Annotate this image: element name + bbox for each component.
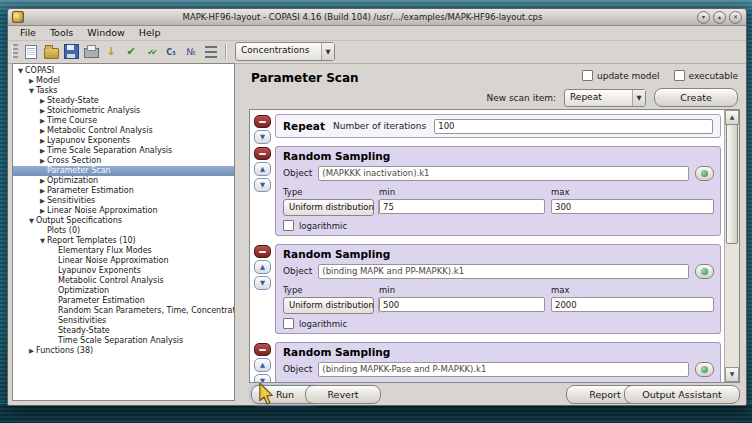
tree-item[interactable]: ▶Time Course <box>13 116 234 126</box>
tree-item[interactable]: ▶Functions (38) <box>13 346 234 356</box>
move-up-button[interactable]: ▲ <box>254 358 271 372</box>
remove-scan-item-button[interactable] <box>254 115 271 128</box>
toolbar-grip[interactable] <box>12 44 18 59</box>
tree-item[interactable]: ▶Linear Noise Approximation <box>13 206 234 216</box>
tree-expand-icon[interactable]: ▶ <box>38 116 47 126</box>
move-down-button[interactable]: ▼ <box>254 130 271 144</box>
tree-expand-icon[interactable]: ▶ <box>38 196 47 206</box>
tree-expand-icon[interactable]: ▶ <box>38 126 47 136</box>
tree-item[interactable]: Random Scan Parameters, Time, Concentrat… <box>13 306 234 316</box>
object-input[interactable] <box>318 264 689 279</box>
menu-item-tools[interactable]: Tools <box>43 27 80 38</box>
tree-item[interactable]: Sensitivities <box>13 316 234 326</box>
tree-item[interactable]: Time Scale Separation Analysis <box>13 336 234 346</box>
tree-item[interactable]: Lyapunov Exponents <box>13 266 234 276</box>
select-object-button[interactable] <box>695 362 714 377</box>
select-object-button[interactable] <box>695 264 714 279</box>
scan-list-scrollbar[interactable]: ▲ ▼ <box>724 110 739 382</box>
tree-expand-icon[interactable]: ▶ <box>38 206 47 216</box>
logarithmic-checkbox[interactable] <box>283 318 294 329</box>
tree-item[interactable]: ▼COPASI <box>13 66 234 76</box>
executable-checkbox-box[interactable] <box>674 70 685 81</box>
scrollbar-up-icon[interactable]: ▲ <box>725 110 739 125</box>
print-button[interactable] <box>82 43 100 61</box>
new-scan-item-combo[interactable]: Repeat ▼ <box>564 89 646 107</box>
output-assistant-button[interactable]: Output Assistant <box>624 385 740 404</box>
update-model-checkbox-box[interactable] <box>582 70 593 81</box>
tree-item[interactable]: ▶Stoichiometric Analysis <box>13 106 234 116</box>
object-input[interactable] <box>318 362 689 377</box>
new-file-button[interactable] <box>22 43 40 61</box>
update-model-checkbox[interactable]: update model <box>582 70 660 81</box>
tree-item[interactable]: Steady-State <box>13 326 234 336</box>
tree-item[interactable]: ▶Steady-State <box>13 96 234 106</box>
remove-scan-item-button[interactable] <box>254 343 271 356</box>
select-object-button[interactable] <box>695 166 714 181</box>
min-input[interactable] <box>379 297 545 312</box>
move-up-button[interactable]: ▲ <box>254 260 271 274</box>
tree-collapse-icon[interactable]: ▼ <box>27 216 36 226</box>
tree-item[interactable]: ▶Lyapunov Exponents <box>13 136 234 146</box>
tree-item[interactable]: ▶Time Scale Separation Analysis <box>13 146 234 156</box>
tree-collapse-icon[interactable]: ▼ <box>16 66 25 76</box>
tree-item[interactable]: Linear Noise Approximation <box>13 256 234 266</box>
min-input[interactable] <box>379 199 545 214</box>
tree-item[interactable]: ▼Tasks <box>13 86 234 96</box>
tree-item[interactable]: Optimization <box>13 286 234 296</box>
apply-all-check-button[interactable] <box>142 43 160 61</box>
sliders-button[interactable] <box>202 43 220 61</box>
revert-button[interactable]: Revert <box>305 385 381 404</box>
concentrations-combo[interactable]: Concentrations ▼ <box>235 42 335 61</box>
tree-item[interactable]: ▶Sensitivities <box>13 196 234 206</box>
menu-item-file[interactable]: File <box>13 27 43 38</box>
remove-scan-item-button[interactable] <box>254 245 271 258</box>
distribution-combo[interactable]: Uniform distribution▼ <box>283 199 374 216</box>
tree-item[interactable]: Metabolic Control Analysis <box>13 276 234 286</box>
iterations-input[interactable] <box>434 119 713 134</box>
concentrations-toggle-button[interactable] <box>162 43 180 61</box>
tree-item[interactable]: Plots (0) <box>13 226 234 236</box>
minimize-button[interactable]: ▾ <box>697 11 710 24</box>
tree-expand-icon[interactable]: ▶ <box>38 136 47 146</box>
tree-expand-icon[interactable]: ▶ <box>38 96 47 106</box>
apply-check-button[interactable] <box>122 43 140 61</box>
logarithmic-checkbox[interactable] <box>283 220 294 231</box>
tree-item[interactable]: Parameter Estimation <box>13 296 234 306</box>
move-down-button[interactable]: ▼ <box>254 276 271 290</box>
remove-scan-item-button[interactable] <box>254 147 271 160</box>
menu-item-help[interactable]: Help <box>132 27 168 38</box>
tree-expand-icon[interactable]: ▶ <box>38 106 47 116</box>
particle-numbers-toggle-button[interactable] <box>182 43 200 61</box>
taskbar[interactable] <box>0 403 752 423</box>
tree-item[interactable]: ▶Optimization <box>13 176 234 186</box>
scrollbar-down-icon[interactable]: ▼ <box>725 367 739 382</box>
tree-expand-icon[interactable]: ▶ <box>27 346 36 356</box>
create-button[interactable]: Create <box>654 88 738 107</box>
tree-item[interactable]: ▼Output Specifications <box>13 216 234 226</box>
maximize-button[interactable]: ▴ <box>713 11 726 24</box>
tree-collapse-icon[interactable]: ▼ <box>27 86 36 96</box>
menu-item-window[interactable]: Window <box>80 27 131 38</box>
move-up-button[interactable]: ▲ <box>254 162 271 176</box>
executable-checkbox[interactable]: executable <box>674 70 738 81</box>
move-down-button[interactable]: ▼ <box>254 374 271 383</box>
save-button[interactable] <box>62 43 80 61</box>
max-input[interactable] <box>551 297 714 312</box>
tree-item[interactable]: ▶Parameter Estimation <box>13 186 234 196</box>
tree-item[interactable]: ▼Report Templates (10) <box>13 236 234 246</box>
titlebar[interactable]: MAPK-HF96-layout - COPASI 4.16 (Build 10… <box>8 9 746 26</box>
tree-expand-icon[interactable]: ▶ <box>38 146 47 156</box>
tree-item[interactable]: ▶Model <box>13 76 234 86</box>
tree-expand-icon[interactable]: ▶ <box>38 186 47 196</box>
scrollbar-thumb[interactable] <box>726 124 738 244</box>
tree-item[interactable]: ▶Metabolic Control Analysis <box>13 126 234 136</box>
max-input[interactable] <box>551 199 714 214</box>
tree-item[interactable]: ▶Cross Section <box>13 156 234 166</box>
object-input[interactable] <box>318 166 689 181</box>
open-file-button[interactable] <box>42 43 60 61</box>
tree-item[interactable]: Parameter Scan <box>13 166 234 176</box>
close-button[interactable]: ✕ <box>729 11 742 24</box>
tree-expand-icon[interactable]: ▶ <box>27 76 36 86</box>
tree-collapse-icon[interactable]: ▼ <box>38 236 47 246</box>
tree-expand-icon[interactable]: ▶ <box>38 156 47 166</box>
